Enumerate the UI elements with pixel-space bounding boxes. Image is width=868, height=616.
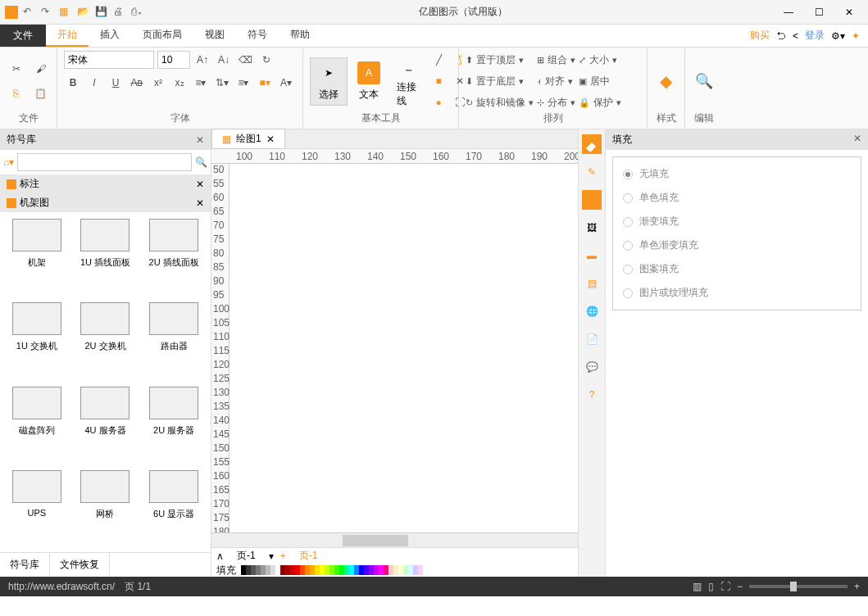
document-tab[interactable]: ▦ 绘图1 ✕ [211, 129, 285, 149]
color-swatch[interactable] [418, 565, 423, 575]
fill-tool-icon[interactable] [582, 134, 602, 154]
page-tool-icon[interactable]: ▤ [582, 274, 602, 293]
fit-page-icon[interactable]: ▯ [708, 581, 714, 592]
url-link[interactable]: http://www.edrawsoft.cn/ [8, 581, 115, 592]
zoom-in-icon[interactable]: + [854, 581, 860, 592]
new-icon[interactable]: ▦ [59, 6, 72, 19]
line-shape[interactable]: ╱ [429, 51, 448, 69]
subscript-button[interactable]: x₂ [170, 74, 189, 92]
symbol-item[interactable]: 2U 交换机 [75, 302, 136, 378]
section-close-icon[interactable]: ✕ [196, 179, 204, 190]
search-icon[interactable]: 🔍 [195, 156, 207, 168]
cut-icon[interactable]: ✂ [7, 60, 25, 78]
home-icon[interactable]: ⌂▾ [3, 156, 14, 168]
image-tool-icon[interactable]: 🖼 [582, 218, 602, 238]
section-annotations[interactable]: 标注 ✕ [0, 174, 211, 193]
fill-option[interactable]: 图案填充 [623, 262, 851, 276]
gear-icon[interactable]: ⚙▾ [831, 30, 845, 42]
text-tool[interactable]: A 文本 [351, 58, 387, 105]
fill-option[interactable]: 图片或纹理填充 [623, 286, 851, 300]
symbol-item[interactable]: 1U 交换机 [7, 302, 67, 378]
help-tool-icon[interactable]: ? [582, 385, 602, 405]
underline-button[interactable]: U [107, 74, 125, 92]
rotate-button[interactable]: ↻ 旋转和镜像▾ [466, 93, 534, 111]
fullscreen-icon[interactable]: ⛶ [720, 581, 730, 592]
symbol-item[interactable]: 网桥 [75, 470, 136, 546]
style-icon[interactable]: ◆ [660, 71, 672, 91]
menu-view[interactable]: 视图 [193, 25, 236, 47]
symbol-item[interactable]: 2U 服务器 [143, 387, 204, 462]
undo-icon[interactable]: ↶ [23, 6, 36, 19]
symbol-item[interactable]: UPS [7, 470, 67, 546]
bold-button[interactable]: B [64, 74, 82, 92]
menu-help[interactable]: 帮助 [279, 25, 321, 47]
highlight-button[interactable]: ■▾ [256, 74, 274, 92]
clear-format-icon[interactable]: ⌫ [236, 51, 254, 69]
center-button[interactable]: ▣ 居中 [579, 72, 621, 90]
fill-panel-close[interactable]: ✕ [853, 133, 861, 147]
decrease-font-icon[interactable]: A↓ [215, 51, 233, 69]
login-link[interactable]: 登录 [805, 29, 825, 43]
menu-insert[interactable]: 插入 [89, 25, 131, 47]
font-name-select[interactable] [64, 51, 154, 69]
globe-tool-icon[interactable]: 🌐 [582, 301, 602, 321]
symbol-item[interactable]: 1U 插线面板 [75, 219, 136, 294]
symbol-item[interactable]: 路由器 [143, 302, 204, 378]
fill-option[interactable]: 单色渐变填充 [623, 238, 851, 252]
superscript-button[interactable]: x² [149, 74, 167, 92]
menu-file[interactable]: 文件 [0, 25, 46, 47]
save-icon[interactable]: 💾 [95, 6, 108, 19]
add-page-icon[interactable]: + [280, 550, 286, 562]
page-tab-2[interactable]: 页-1 [293, 549, 325, 563]
menu-start[interactable]: 开始 [46, 25, 89, 47]
send-back-button[interactable]: ⬇ 置于底层▾ [466, 72, 534, 90]
buy-link[interactable]: 购买 [750, 29, 770, 43]
maximize-button[interactable]: ☐ [808, 7, 830, 18]
menu-layout[interactable]: 页面布局 [131, 25, 193, 47]
format-painter-icon[interactable]: 🖌 [32, 60, 50, 78]
section-close-icon[interactable]: ✕ [196, 197, 204, 209]
fill-option[interactable]: 单色填充 [623, 191, 851, 205]
fit-width-icon[interactable]: ▥ [693, 581, 702, 592]
scrollbar-horizontal[interactable] [211, 532, 578, 547]
font-size-select[interactable] [157, 51, 190, 69]
fill-option[interactable]: 无填充 [623, 167, 851, 181]
page-nav-up[interactable]: ∧ [216, 550, 224, 562]
align-button-arr[interactable]: ⫞ 对齐▾ [537, 72, 575, 90]
print-icon[interactable]: 🖨 [113, 6, 126, 19]
zoom-thumb[interactable] [790, 582, 797, 591]
group-button[interactable]: ⊞ 组合▾ [537, 51, 575, 69]
symbol-item[interactable]: 4U 服务器 [75, 387, 136, 462]
scroll-thumb[interactable] [343, 535, 408, 546]
page-dropdown[interactable]: ▾ [269, 550, 274, 562]
zoom-out-icon[interactable]: − [737, 581, 743, 592]
bullets-button[interactable]: ≡▾ [192, 74, 210, 92]
strike-button[interactable]: Aʙ [128, 74, 146, 92]
bring-front-button[interactable]: ⬆ 置于顶层▾ [466, 51, 534, 69]
case-icon[interactable]: ↻ [257, 51, 275, 69]
symbol-item[interactable]: 机架 [7, 219, 67, 294]
tab-file-recovery[interactable]: 文件恢复 [50, 553, 110, 577]
line-spacing-button[interactable]: ⇅▾ [213, 74, 231, 92]
find-icon[interactable]: 🔍 [695, 72, 713, 90]
share-icon[interactable]: ⮌ [776, 30, 786, 42]
rect-shape[interactable]: ■ [429, 72, 448, 90]
tab-symbol-library[interactable]: 符号库 [0, 553, 50, 577]
open-icon[interactable]: 📂 [77, 6, 90, 19]
increase-font-icon[interactable]: A↑ [193, 51, 211, 69]
section-rack[interactable]: 机架图 ✕ [0, 193, 211, 212]
font-color-button[interactable]: A▾ [277, 74, 295, 92]
symbol-search-input[interactable] [17, 153, 192, 171]
comment-tool-icon[interactable]: 💬 [582, 357, 602, 377]
page-tab-1[interactable]: 页-1 [230, 549, 262, 563]
align-button[interactable]: ≡▾ [234, 74, 252, 92]
shape-tool-icon[interactable] [582, 190, 602, 210]
minimize-button[interactable]: — [777, 7, 800, 18]
ellipse-shape[interactable]: ● [429, 93, 448, 111]
tab-close-icon[interactable]: ✕ [266, 134, 275, 145]
symbol-item[interactable]: 6U 显示器 [143, 470, 204, 546]
paste-icon[interactable]: 📋 [32, 84, 50, 102]
symbol-item[interactable]: 2U 插线面板 [143, 219, 204, 294]
fill-option[interactable]: 渐变填充 [623, 215, 851, 229]
close-button[interactable]: ✕ [838, 7, 860, 18]
